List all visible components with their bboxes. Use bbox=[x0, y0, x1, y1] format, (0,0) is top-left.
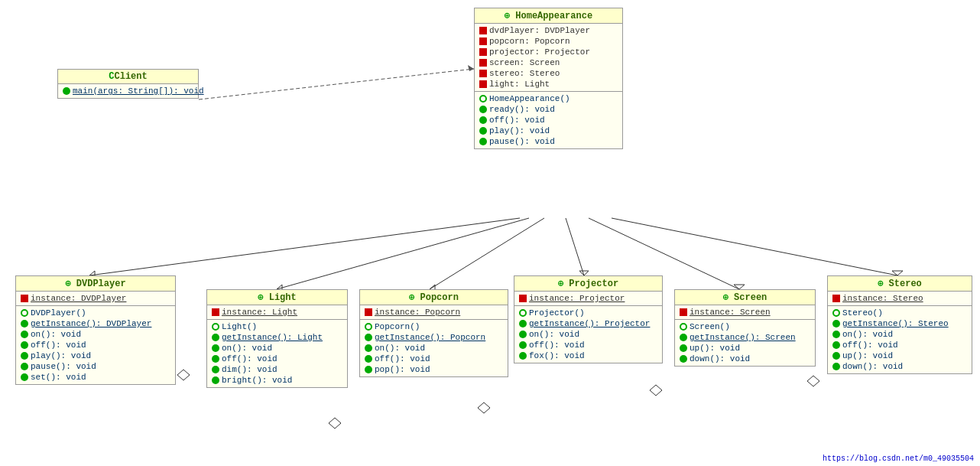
svg-line-4 bbox=[277, 218, 529, 289]
red-square-icon bbox=[479, 70, 487, 77]
projector-methods: Projector() getInstance(): Projector on(… bbox=[514, 306, 662, 363]
green-circle-icon bbox=[365, 366, 372, 373]
ha-field-projector: projector: Projector bbox=[478, 47, 619, 57]
dvd-instance-text: instance: DVDPlayer bbox=[31, 294, 126, 303]
client-methods: main(args: String[]): void bbox=[58, 84, 198, 98]
popcorn-methods: Popcorn() getInstance(): Popcorn on(): v… bbox=[360, 320, 508, 376]
popcorn-getinstance-text: getInstance(): Popcorn bbox=[375, 333, 485, 342]
popcorn-on: on(): void bbox=[363, 343, 505, 354]
stereo-constructor-text: Stereo() bbox=[842, 308, 883, 318]
url-bar: https://blog.csdn.net/m0_49035504 bbox=[823, 455, 974, 463]
screen-getinstance-text: getInstance(): Screen bbox=[690, 333, 796, 342]
stereo-instance-field: instance: Stereo bbox=[831, 293, 969, 304]
light-box: ⊕ Light instance: Light Light() getInsta… bbox=[206, 289, 348, 388]
screen-getinstance: getInstance(): Screen bbox=[678, 332, 812, 343]
ha-screen-text: screen: Screen bbox=[489, 58, 560, 67]
red-square-icon bbox=[212, 308, 219, 316]
light-constructor: Light() bbox=[210, 321, 344, 332]
green-circle-icon bbox=[212, 334, 219, 341]
ha-field-dvd: dvdPlayer: DVDPlayer bbox=[478, 25, 619, 36]
green-circle-f-icon bbox=[212, 323, 219, 331]
red-square-icon bbox=[479, 37, 487, 45]
dvd-pause-text: pause(): void bbox=[31, 362, 96, 371]
client-title: Client bbox=[114, 71, 147, 82]
ha-stereotype: ⊕ bbox=[505, 11, 515, 21]
stereo-getinstance: getInstance(): Stereo bbox=[831, 318, 969, 329]
light-bright-text: bright(): void bbox=[222, 376, 292, 385]
screen-instance-field: instance: Screen bbox=[678, 307, 812, 318]
projector-fields: instance: Projector bbox=[514, 292, 662, 306]
svg-marker-18 bbox=[807, 376, 819, 386]
green-circle-f-icon bbox=[365, 323, 372, 331]
light-off-text: off(): void bbox=[222, 354, 277, 363]
dvd-off: off(): void bbox=[19, 340, 172, 350]
red-square-icon bbox=[479, 48, 487, 56]
light-stereotype: ⊕ bbox=[258, 292, 268, 303]
stereo-fields: instance: Stereo bbox=[828, 292, 972, 306]
svg-marker-1 bbox=[468, 65, 474, 71]
projector-title: Projector bbox=[569, 279, 618, 289]
light-on: on(): void bbox=[210, 343, 344, 354]
svg-marker-16 bbox=[478, 402, 490, 413]
green-circle-icon bbox=[479, 138, 487, 145]
green-circle-f-icon bbox=[832, 309, 840, 317]
svg-line-2 bbox=[89, 218, 520, 275]
red-square-icon bbox=[479, 59, 487, 67]
stereo-constructor: Stereo() bbox=[831, 308, 969, 318]
green-circle-icon bbox=[519, 352, 527, 360]
popcorn-title: Popcorn bbox=[420, 292, 459, 303]
light-fields: instance: Light bbox=[207, 305, 347, 320]
stereo-up-text: up(): void bbox=[842, 351, 893, 360]
screen-instance-text: instance: Screen bbox=[690, 308, 771, 317]
light-getinstance-text: getInstance(): Light bbox=[222, 333, 323, 342]
screen-box: ⊕ Screen instance: Screen Screen() getIn… bbox=[674, 289, 816, 367]
ha-popcorn-text: popcorn: Popcorn bbox=[489, 37, 570, 46]
screen-up-text: up(): void bbox=[690, 344, 740, 353]
client-main-method: main(args: String[]): void bbox=[61, 86, 195, 96]
popcorn-pop-text: pop(): void bbox=[375, 365, 430, 374]
ha-methods: HomeAppearance() ready(): void off(): vo… bbox=[475, 92, 622, 148]
client-main-text: main(args: String[]): void bbox=[73, 86, 204, 96]
screen-constructor-text: Screen() bbox=[690, 322, 730, 331]
green-circle-icon bbox=[21, 373, 28, 381]
green-circle-icon bbox=[832, 320, 840, 328]
green-circle-icon bbox=[519, 331, 527, 338]
green-circle-f-icon bbox=[519, 309, 527, 317]
green-circle-icon bbox=[365, 334, 372, 341]
green-circle-icon bbox=[832, 331, 840, 338]
green-circle-icon bbox=[479, 127, 487, 135]
red-square-icon bbox=[832, 295, 840, 302]
screen-down-text: down(): void bbox=[690, 354, 750, 363]
screen-methods: Screen() getInstance(): Screen up(): voi… bbox=[675, 320, 815, 366]
ha-title: HomeAppearance bbox=[515, 11, 592, 21]
homeappearance-header: ⊕ HomeAppearance bbox=[475, 8, 622, 24]
ha-ready-text: ready(): void bbox=[489, 105, 555, 114]
green-circle-icon bbox=[212, 366, 219, 373]
stereo-down-text: down(): void bbox=[842, 362, 903, 371]
stereo-instance-text: instance: Stereo bbox=[842, 294, 923, 303]
ha-projector-text: projector: Projector bbox=[489, 47, 590, 57]
svg-line-8 bbox=[566, 218, 584, 275]
stereo-stereotype: ⊕ bbox=[878, 279, 888, 289]
stereo-up: up(): void bbox=[831, 350, 969, 361]
svg-marker-15 bbox=[329, 418, 341, 429]
dvd-title: DVDPlayer bbox=[76, 279, 126, 289]
ha-field-stereo: stereo: Stereo bbox=[478, 68, 619, 79]
stereo-getinstance-text: getInstance(): Stereo bbox=[842, 319, 949, 328]
projector-stereotype: ⊕ bbox=[558, 279, 569, 289]
red-square-icon bbox=[479, 80, 487, 88]
dvd-constructor-text: DVDPlayer() bbox=[31, 308, 86, 318]
ha-off: off(): void bbox=[478, 115, 619, 125]
ha-field-light: light: Light bbox=[478, 79, 619, 90]
ha-play: play(): void bbox=[478, 125, 619, 136]
client-box: CClient main(args: String[]): void bbox=[57, 69, 199, 99]
dvd-getinstance-text: getInstance(): DVDPlayer bbox=[31, 319, 151, 328]
stereo-on-text: on(): void bbox=[842, 330, 893, 339]
light-getinstance: getInstance(): Light bbox=[210, 332, 344, 343]
popcorn-fields: instance: Popcorn bbox=[360, 305, 508, 320]
stereo-off: off(): void bbox=[831, 340, 969, 350]
green-circle-icon bbox=[519, 320, 527, 328]
screen-down: down(): void bbox=[678, 354, 812, 364]
ha-light-text: light: Light bbox=[489, 80, 550, 89]
ha-pause-text: pause(): void bbox=[489, 137, 555, 146]
